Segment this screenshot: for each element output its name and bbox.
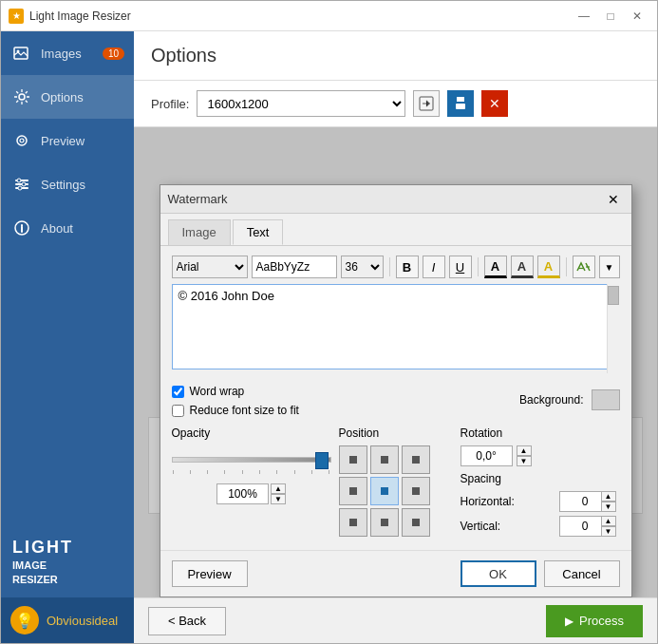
profile-delete-button[interactable]: ✕	[481, 90, 508, 117]
dialog-close-button[interactable]: ✕	[603, 189, 624, 210]
textarea-container: © 2016 John Doe	[172, 284, 620, 373]
font-family-select[interactable]: Arial	[172, 256, 248, 278]
brand-text: Obviousideal	[47, 614, 118, 628]
horizontal-down[interactable]: ▼	[601, 502, 616, 512]
watermark-drop-button[interactable]: ▼	[599, 256, 620, 278]
profile-save-button[interactable]	[447, 90, 474, 117]
sidebar-item-about[interactable]: About	[1, 206, 134, 250]
textarea-scrollbar[interactable]	[607, 284, 620, 373]
text-color-button2[interactable]: A	[511, 256, 534, 278]
svg-point-8	[17, 179, 21, 182]
dialog-tabs: Image Text	[160, 214, 631, 246]
title-bar-text: Light Image Resizer	[29, 9, 572, 23]
opacity-spin: ▲ ▼	[271, 483, 286, 504]
background-color-box[interactable]	[592, 389, 620, 410]
italic-button[interactable]: I	[423, 256, 445, 278]
checkbox-options: Word wrap Reduce font size to fit	[172, 379, 299, 417]
images-icon	[12, 44, 31, 63]
tick-4	[224, 470, 225, 474]
horizontal-up[interactable]: ▲	[601, 491, 616, 502]
rotation-label: Rotation	[461, 426, 620, 440]
rotation-up[interactable]: ▲	[517, 445, 532, 456]
opacity-down[interactable]: ▼	[271, 494, 286, 504]
logo-line3: RESIZER	[12, 573, 122, 586]
profile-load-button[interactable]	[413, 90, 440, 117]
sidebar-item-about-label: About	[41, 221, 73, 236]
dialog-body: Arial AaBbYyZz 36 B I U	[160, 246, 631, 546]
process-label: Process	[579, 614, 624, 628]
content-area: Auto enhance Adjust brightness/contrast …	[134, 127, 657, 597]
pos-bottom-center[interactable]	[370, 508, 399, 537]
pos-center[interactable]	[370, 477, 399, 505]
rotation-input[interactable]	[461, 445, 513, 466]
text-color-button[interactable]: A	[484, 256, 507, 278]
underline-button[interactable]: U	[449, 256, 472, 278]
profile-select[interactable]: 1600x1200	[197, 90, 405, 117]
minimize-button[interactable]: —	[572, 7, 596, 26]
opacity-up[interactable]: ▲	[271, 483, 286, 494]
font-preview: AaBbYyZz	[252, 256, 337, 278]
toolbar-divider-2	[478, 257, 479, 276]
sidebar-item-settings-label: Settings	[41, 178, 85, 192]
pos-dot-bl	[349, 519, 357, 526]
profile-row: Profile: 1600x1200 ✕	[134, 81, 657, 127]
sidebar-item-preview[interactable]: Preview	[1, 119, 134, 162]
dialog-title: Watermark	[168, 192, 603, 206]
pos-middle-left[interactable]	[339, 477, 367, 505]
bold-button[interactable]: B	[396, 256, 419, 278]
maximize-button[interactable]: □	[598, 7, 623, 26]
pos-dot-br	[412, 519, 420, 526]
position-label: Position	[339, 426, 453, 440]
pos-top-left[interactable]	[339, 445, 367, 474]
pos-top-center[interactable]	[370, 445, 399, 474]
sidebar-item-images[interactable]: Images 10	[1, 31, 134, 75]
pos-top-right[interactable]	[402, 445, 430, 474]
word-wrap-checkbox[interactable]	[172, 386, 184, 398]
pos-bottom-left[interactable]	[339, 508, 367, 537]
spacing-label: Spacing	[461, 472, 620, 485]
sidebar-item-images-label: Images	[41, 47, 82, 61]
main-content: Images 10 Options Preview Settings	[1, 31, 657, 643]
back-button[interactable]: < Back	[148, 607, 226, 635]
sidebar-item-options[interactable]: Options	[1, 75, 134, 119]
font-size-select[interactable]: 36	[341, 256, 384, 278]
preview-button[interactable]: Preview	[172, 560, 248, 587]
pos-bottom-right[interactable]	[402, 508, 430, 537]
tab-image[interactable]: Image	[168, 219, 231, 245]
pos-middle-right[interactable]	[402, 477, 430, 505]
brand-text-obvious: Obvious	[47, 614, 92, 628]
watermark-preset-button[interactable]	[573, 256, 595, 278]
tick-7	[276, 470, 277, 474]
opacity-input[interactable]	[216, 483, 269, 504]
toolbar-divider-3	[566, 257, 567, 276]
images-badge: 10	[103, 47, 124, 60]
reduce-font-checkbox[interactable]	[172, 405, 184, 417]
tab-text[interactable]: Text	[233, 219, 284, 245]
close-button[interactable]: ✕	[625, 7, 649, 26]
opacity-thumb[interactable]	[315, 452, 329, 469]
brand-text-ideal: ideal	[92, 614, 118, 628]
logo-line1: LIGHT	[12, 537, 122, 559]
vertical-down[interactable]: ▼	[601, 526, 616, 537]
rotation-down[interactable]: ▼	[517, 456, 532, 466]
app-window: ★ Light Image Resizer — □ ✕ Images 10 Op…	[0, 0, 658, 644]
bottom-controls: Opacity	[172, 426, 620, 537]
word-wrap-label: Word wrap	[190, 385, 245, 398]
scrollbar-thumb[interactable]	[608, 286, 619, 305]
tick-9	[311, 470, 312, 474]
opacity-slider-track[interactable]	[172, 457, 331, 463]
page-title: Options	[134, 31, 657, 81]
vertical-up[interactable]: ▲	[601, 516, 616, 526]
cancel-button[interactable]: Cancel	[544, 560, 620, 587]
process-button[interactable]: ▶ Process	[546, 605, 643, 637]
vertical-spin: ▲ ▼	[601, 516, 620, 537]
pos-dot-bc	[381, 519, 388, 526]
background-row: Background:	[519, 383, 619, 417]
text-highlight-button[interactable]: A	[537, 256, 560, 278]
about-icon	[12, 218, 31, 237]
position-column: Position	[339, 426, 453, 537]
watermark-text-input[interactable]: © 2016 John Doe	[172, 284, 620, 369]
sidebar-item-settings[interactable]: Settings	[1, 162, 134, 206]
ok-button[interactable]: OK	[461, 560, 536, 587]
reduce-font-label: Reduce font size to fit	[190, 404, 299, 417]
